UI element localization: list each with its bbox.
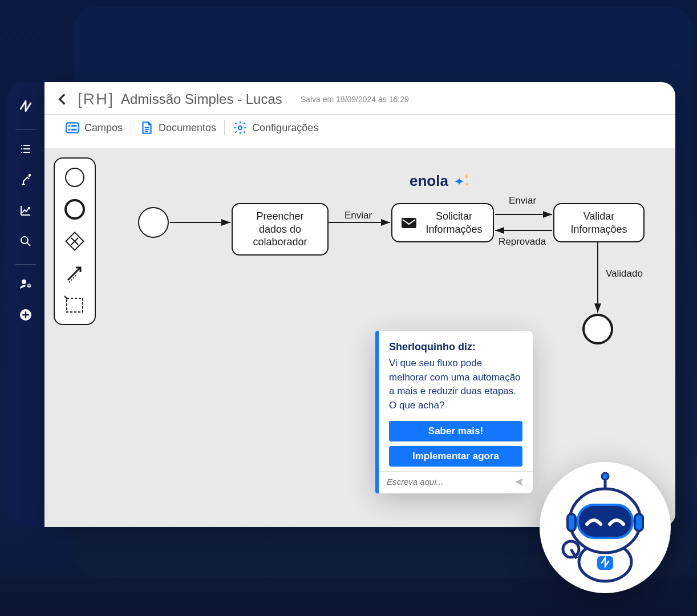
chat-input[interactable] bbox=[387, 477, 509, 487]
assistant-name: Sherloquinho diz: bbox=[389, 341, 522, 353]
enola-badge: enola bbox=[410, 172, 471, 190]
save-timestamp: Salva em 18/09/2024 às 16:29 bbox=[301, 95, 409, 104]
svg-point-12 bbox=[66, 200, 84, 218]
svg-rect-19 bbox=[402, 218, 416, 228]
mail-icon bbox=[402, 218, 416, 228]
document-icon bbox=[139, 120, 154, 135]
tab-label: Documentos bbox=[159, 122, 216, 134]
arrow-dashed-icon[interactable] bbox=[62, 260, 88, 286]
learn-more-button[interactable]: Saber mais! bbox=[389, 421, 522, 441]
circle-thick-icon[interactable] bbox=[62, 196, 88, 222]
svg-rect-7 bbox=[71, 125, 77, 127]
node-solicitar[interactable]: Solicitar Informações bbox=[391, 203, 494, 242]
svg-rect-27 bbox=[568, 514, 576, 531]
app-window: [RH] Admissão Simples - Lucas Salva em 1… bbox=[44, 82, 675, 527]
tab-label: Campos bbox=[84, 122, 123, 134]
plus-circle-icon[interactable] bbox=[14, 303, 37, 326]
toolbar-separator bbox=[131, 120, 131, 135]
chart-up-icon[interactable] bbox=[14, 199, 37, 222]
svg-rect-5 bbox=[66, 123, 79, 132]
edge-label: Validado bbox=[606, 268, 643, 279]
assistant-message: Vi que seu fluxo pode melhorar com uma a… bbox=[389, 356, 522, 413]
edge-label: Enviar bbox=[509, 195, 536, 206]
settings-icon bbox=[233, 120, 248, 135]
svg-point-1 bbox=[21, 237, 28, 244]
node-label: Preencher dados do colaborador bbox=[242, 210, 318, 249]
tab-label: Configurações bbox=[252, 122, 318, 134]
nav-divider bbox=[15, 129, 36, 129]
svg-point-24 bbox=[602, 473, 609, 480]
svg-point-2 bbox=[22, 279, 26, 284]
nav-rail bbox=[7, 82, 44, 527]
shape-palette bbox=[54, 157, 96, 325]
circle-thin-icon[interactable] bbox=[62, 164, 88, 191]
edge-label: Enviar bbox=[345, 210, 372, 221]
enola-label: enola bbox=[410, 172, 448, 190]
svg-rect-9 bbox=[71, 129, 77, 131]
assistant-popup: Sherloquinho diz: Vi que seu fluxo pode … bbox=[375, 331, 533, 493]
tab-campos[interactable]: Campos bbox=[60, 118, 127, 137]
back-button[interactable] bbox=[55, 91, 71, 107]
implement-now-button[interactable]: Implementar agora bbox=[389, 446, 522, 467]
bot-avatar[interactable] bbox=[540, 462, 671, 593]
search-icon[interactable] bbox=[14, 230, 37, 253]
page-title: Admissão Simples - Lucas bbox=[121, 91, 282, 107]
svg-point-6 bbox=[68, 125, 70, 127]
svg-point-0 bbox=[29, 175, 30, 176]
sparkle-icon bbox=[452, 173, 471, 189]
svg-rect-14 bbox=[67, 298, 83, 312]
edge-label: Reprovada bbox=[499, 236, 546, 248]
diamond-x-icon[interactable] bbox=[62, 228, 88, 254]
svg-point-8 bbox=[68, 129, 70, 131]
app-logo-icon[interactable] bbox=[14, 95, 37, 117]
svg-point-3 bbox=[28, 285, 30, 287]
robot-arm-icon[interactable] bbox=[14, 168, 37, 191]
start-node[interactable] bbox=[138, 207, 169, 238]
node-preencher[interactable]: Preencher dados do colaborador bbox=[232, 203, 329, 256]
titlebar: [RH] Admissão Simples - Lucas Salva em 1… bbox=[44, 82, 675, 115]
fields-icon bbox=[65, 120, 80, 135]
svg-point-11 bbox=[66, 168, 84, 187]
node-label: Solicitar Informações bbox=[424, 210, 484, 236]
svg-point-10 bbox=[238, 126, 242, 130]
node-label: Validar Informações bbox=[564, 210, 634, 236]
tab-configuracoes[interactable]: Configurações bbox=[228, 118, 323, 137]
tab-documentos[interactable]: Documentos bbox=[135, 118, 221, 137]
end-node[interactable] bbox=[582, 314, 613, 345]
svg-rect-28 bbox=[635, 514, 643, 531]
list-check-icon[interactable] bbox=[14, 137, 37, 160]
title-prefix: [RH] bbox=[78, 90, 114, 108]
send-icon[interactable] bbox=[513, 476, 525, 488]
toolbar-separator bbox=[224, 120, 225, 135]
toolbar: Campos Documentos Configurações bbox=[44, 115, 675, 143]
node-validar[interactable]: Validar Informações bbox=[553, 203, 645, 242]
user-gear-icon[interactable] bbox=[14, 273, 37, 295]
chat-input-row bbox=[379, 471, 533, 493]
svg-rect-26 bbox=[579, 506, 631, 537]
nav-divider bbox=[15, 264, 36, 265]
rectangle-dashed-icon[interactable] bbox=[62, 292, 88, 318]
